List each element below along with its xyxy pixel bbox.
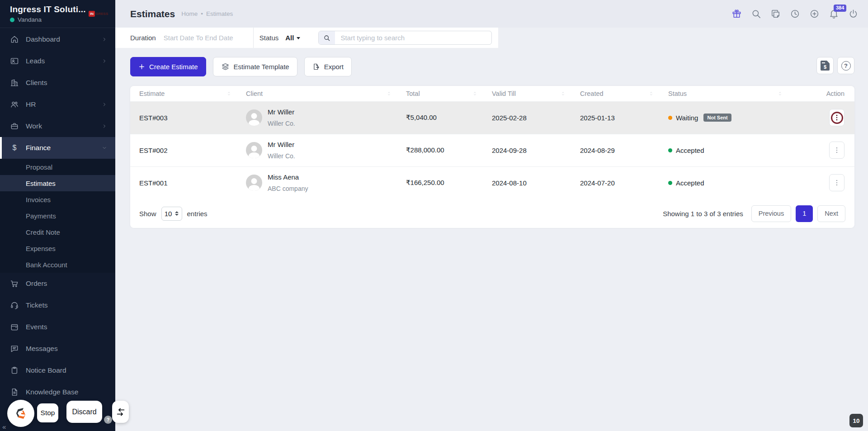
caret-down-icon — [297, 37, 300, 39]
chat-icon — [10, 344, 19, 353]
sort-icon[interactable] — [778, 90, 783, 97]
duration-label: Duration — [130, 34, 156, 42]
building-icon — [10, 78, 19, 87]
status-dropdown[interactable]: All — [285, 34, 300, 42]
sort-icon[interactable] — [387, 90, 392, 97]
sort-icon[interactable] — [649, 90, 655, 97]
estimate-id[interactable]: EST#001 — [130, 166, 237, 199]
row-actions-button[interactable] — [829, 142, 844, 159]
sidebar-item-clients[interactable]: Clients — [0, 72, 115, 94]
sidebar-item-notice-board[interactable]: Notice Board — [0, 360, 115, 381]
status-label: Accepted — [676, 147, 704, 154]
overlay-help-button[interactable]: ? — [104, 416, 112, 424]
client-company: ABC company — [268, 185, 308, 192]
filter-row: Duration Status All — [115, 28, 868, 48]
recorder-logo-button[interactable] — [7, 400, 34, 427]
sticky-note-icon[interactable] — [770, 9, 781, 19]
header-icons: 384 — [731, 9, 859, 19]
search-input[interactable] — [335, 34, 491, 42]
avatar — [246, 109, 262, 126]
breadcrumb-current: Estimates — [206, 10, 233, 17]
invoice-settings-button[interactable]: $ — [816, 57, 834, 74]
stop-button[interactable]: Stop — [37, 403, 58, 422]
sidebar-item-hr[interactable]: HR — [0, 94, 115, 115]
question-icon: ? — [841, 61, 851, 71]
created-date: 2024-08-29 — [571, 134, 659, 166]
sort-icon[interactable] — [472, 90, 478, 97]
row-actions-button[interactable] — [829, 174, 844, 191]
col-valid-till[interactable]: Valid Till — [492, 90, 516, 97]
collapse-icon[interactable]: « — [2, 423, 6, 431]
estimate-id[interactable]: EST#002 — [130, 134, 237, 166]
id-card-icon — [10, 57, 19, 66]
client-name[interactable]: Miss Aena — [268, 173, 308, 181]
sidebar-item-payments[interactable]: Payments — [0, 208, 115, 224]
col-created[interactable]: Created — [580, 90, 604, 97]
discard-button[interactable]: Discard — [66, 401, 102, 423]
estimate-template-button[interactable]: Estimate Template — [213, 57, 297, 76]
clock-icon[interactable] — [790, 9, 801, 19]
col-status[interactable]: Status — [668, 90, 687, 97]
sidebar-item-tickets[interactable]: Tickets — [0, 294, 115, 316]
page-title: Estimates — [130, 9, 175, 19]
estimate-total: ₹5,040.00 — [397, 101, 483, 134]
status-dot-waiting — [668, 116, 672, 120]
previous-page-button[interactable]: Previous — [751, 205, 791, 222]
client-name[interactable]: Mr Willer — [268, 108, 295, 116]
show-label: Show — [139, 210, 156, 218]
export-button[interactable]: Export — [304, 57, 352, 76]
client-name[interactable]: Mr Willer — [268, 141, 295, 148]
help-button[interactable]: ? — [837, 57, 854, 74]
table-row: EST#002 Mr Willer Willer Co. ₹288,000.00… — [130, 134, 854, 166]
sidebar-item-credit-note[interactable]: Credit Note — [0, 224, 115, 240]
col-estimate[interactable]: Estimate — [139, 90, 165, 97]
page-size-select[interactable]: 10 — [161, 207, 182, 221]
swap-button[interactable] — [112, 401, 129, 423]
sort-icon[interactable] — [561, 90, 566, 97]
sidebar-item-invoices[interactable]: Invoices — [0, 191, 115, 208]
duration-range-input[interactable] — [164, 34, 250, 42]
sidebar-item-work[interactable]: Work — [0, 115, 115, 137]
plus-circle-icon[interactable] — [809, 9, 820, 19]
sidebar-item-dashboard[interactable]: Dashboard — [0, 28, 115, 50]
created-date: 2025-01-13 — [571, 101, 659, 134]
power-icon[interactable] — [848, 9, 859, 19]
estimate-total: ₹166,250.00 — [397, 166, 483, 199]
client-company: Willer Co. — [268, 152, 295, 160]
sidebar-item-leads[interactable]: Leads — [0, 50, 115, 72]
notification-count-badge: 384 — [834, 5, 846, 12]
next-page-button[interactable]: Next — [817, 205, 845, 222]
sidebar-item-orders[interactable]: Orders — [0, 273, 115, 294]
search-box — [318, 31, 492, 45]
content-area: Create Estimate Estimate Template Export… — [115, 48, 868, 431]
recorder-logo-icon — [13, 405, 29, 422]
dollar-icon: $ — [10, 144, 19, 152]
sidebar-item-expenses[interactable]: Expenses — [0, 240, 115, 256]
table-row: EST#001 Miss Aena ABC company ₹166,250.0… — [130, 166, 854, 199]
bell-icon[interactable]: 384 — [829, 9, 840, 19]
filter-divider — [253, 28, 254, 48]
table-footer: Show 10 entries Showing 1 to 3 of 3 entr… — [130, 199, 854, 228]
sidebar-item-estimates[interactable]: Estimates — [0, 175, 115, 191]
page-number-button[interactable]: 1 — [796, 205, 813, 222]
gift-icon[interactable] — [731, 9, 742, 19]
sort-icon[interactable] — [226, 90, 232, 97]
file-export-icon — [312, 63, 320, 71]
sidebar-item-proposal[interactable]: Proposal — [0, 159, 115, 175]
estimates-card: Estimate Client Total Valid Till Created… — [130, 86, 854, 228]
sidebar-item-messages[interactable]: Messages — [0, 338, 115, 360]
sidebar-item-finance[interactable]: $ Finance — [0, 137, 115, 159]
sidebar: Ingress IT Soluti... Vandana IN GRESS Da… — [0, 0, 115, 431]
search-icon[interactable] — [751, 9, 762, 19]
col-total[interactable]: Total — [406, 90, 420, 97]
col-client[interactable]: Client — [246, 90, 263, 97]
sidebar-item-bank-account[interactable]: Bank Account — [0, 256, 115, 273]
estimate-id[interactable]: EST#003 — [130, 101, 237, 134]
create-estimate-button[interactable]: Create Estimate — [130, 57, 206, 76]
ellipsis-vertical-icon — [833, 146, 841, 154]
row-actions-button[interactable] — [829, 109, 844, 126]
estimates-table: Estimate Client Total Valid Till Created… — [130, 86, 854, 199]
sidebar-item-events[interactable]: Events — [0, 316, 115, 338]
status-label: Status — [259, 34, 279, 42]
breadcrumb-home[interactable]: Home — [181, 10, 198, 17]
